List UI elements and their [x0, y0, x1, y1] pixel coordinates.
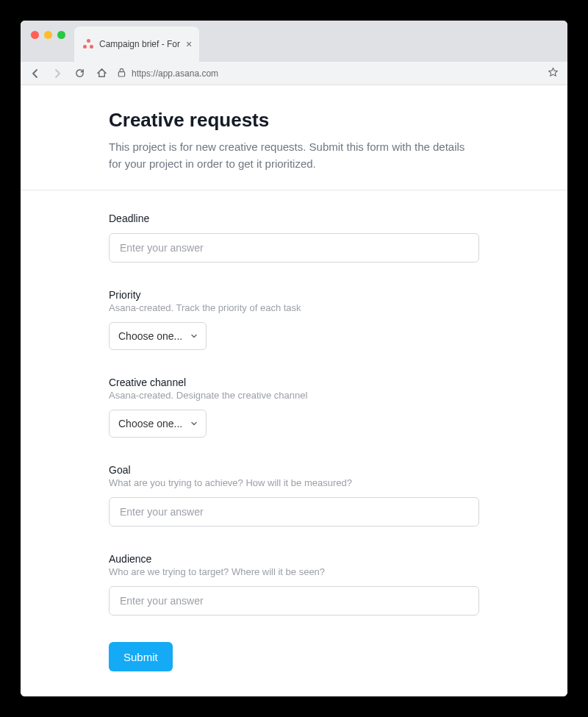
- field-hint-channel: Asana-created. Designate the creative ch…: [109, 390, 479, 401]
- goal-input[interactable]: [109, 497, 479, 527]
- field-channel: Creative channel Asana-created. Designat…: [109, 377, 479, 438]
- field-hint-goal: What are you trying to achieve? How will…: [109, 477, 479, 488]
- browser-tab[interactable]: Campaign brief - Form by As ×: [74, 26, 199, 62]
- close-tab-icon[interactable]: ×: [186, 38, 192, 50]
- window-controls: [21, 21, 74, 39]
- tab-title: Campaign brief - Form by As: [99, 39, 180, 49]
- audience-input[interactable]: [109, 586, 479, 616]
- bookmark-star-icon[interactable]: [548, 67, 559, 80]
- forward-button[interactable]: [51, 68, 63, 79]
- address-bar: https://app.asana.com: [21, 62, 567, 85]
- field-audience: Audience Who are we trying to target? Wh…: [109, 553, 479, 616]
- asana-icon: [83, 39, 93, 49]
- home-button[interactable]: [96, 68, 107, 79]
- field-hint-priority: Asana-created. Track the priority of eac…: [109, 302, 479, 313]
- page-header: Creative requests This project is for ne…: [21, 85, 567, 190]
- field-label-audience: Audience: [109, 553, 479, 565]
- page-description: This project is for new creative request…: [109, 139, 479, 172]
- channel-select[interactable]: Choose one...: [109, 410, 207, 438]
- svg-rect-0: [118, 71, 124, 76]
- field-priority: Priority Asana-created. Track the priori…: [109, 289, 479, 350]
- chevron-down-icon: [190, 332, 198, 340]
- minimize-window-button[interactable]: [44, 31, 52, 39]
- reload-button[interactable]: [74, 68, 85, 79]
- priority-select[interactable]: Choose one...: [109, 322, 207, 350]
- title-bar: Campaign brief - Form by As ×: [21, 21, 567, 62]
- field-hint-audience: Who are we trying to target? Where will …: [109, 566, 479, 577]
- submit-button[interactable]: Submit: [109, 642, 173, 671]
- field-label-priority: Priority: [109, 289, 479, 301]
- lock-icon: [118, 68, 126, 79]
- priority-select-value: Choose one...: [118, 330, 182, 342]
- form-body: Deadline Priority Asana-created. Track t…: [21, 190, 567, 696]
- maximize-window-button[interactable]: [57, 31, 65, 39]
- url-area[interactable]: https://app.asana.com: [118, 67, 559, 80]
- field-label-channel: Creative channel: [109, 377, 479, 388]
- chevron-down-icon: [190, 419, 198, 428]
- back-button[interactable]: [29, 68, 41, 79]
- field-label-goal: Goal: [109, 464, 479, 476]
- page-content: Creative requests This project is for ne…: [21, 85, 567, 696]
- deadline-input[interactable]: [109, 233, 479, 263]
- url-text: https://app.asana.com: [132, 68, 218, 79]
- field-deadline: Deadline: [109, 213, 479, 263]
- field-goal: Goal What are you trying to achieve? How…: [109, 464, 479, 527]
- browser-window: Campaign brief - Form by As × https://ap…: [21, 21, 567, 696]
- page-title: Creative requests: [109, 109, 479, 132]
- field-label-deadline: Deadline: [109, 213, 479, 224]
- channel-select-value: Choose one...: [118, 418, 182, 429]
- close-window-button[interactable]: [31, 31, 39, 39]
